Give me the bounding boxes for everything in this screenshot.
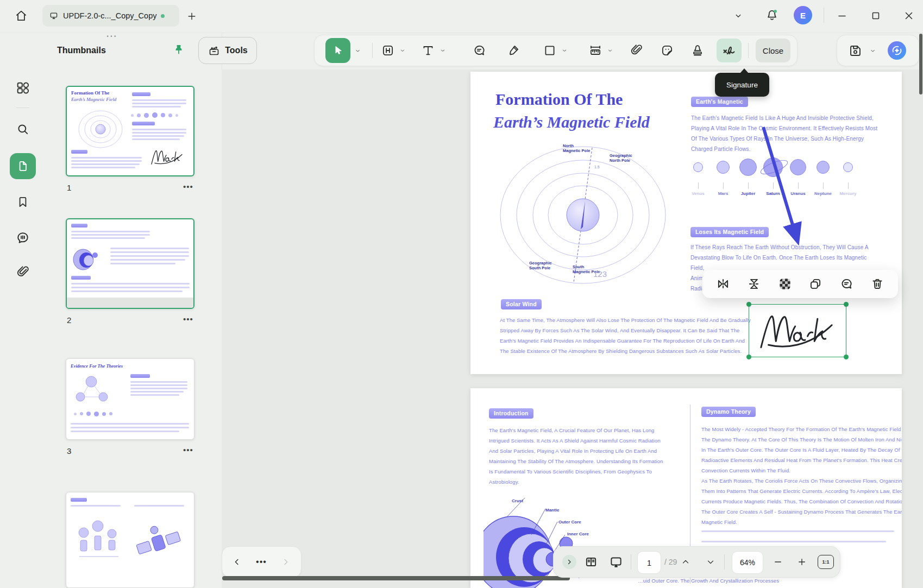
thumb2-loading-band bbox=[67, 298, 193, 309]
tab-list-button[interactable] bbox=[730, 8, 746, 24]
zoom-out-button[interactable] bbox=[770, 554, 786, 570]
sticker-tool[interactable] bbox=[658, 41, 676, 60]
new-tab-button[interactable] bbox=[185, 9, 199, 23]
nav-back-button[interactable] bbox=[229, 554, 245, 570]
flip-horizontal-button[interactable] bbox=[713, 274, 733, 294]
thumbnail-page-3[interactable]: Evidence For The Theories bbox=[66, 358, 194, 440]
stamp-tool[interactable] bbox=[688, 41, 707, 60]
measure-tool[interactable] bbox=[586, 41, 605, 60]
thumbnail-page-4[interactable] bbox=[66, 492, 194, 588]
thumbnail-page-1[interactable]: Formation Of The Earth’s Magnetic Field bbox=[66, 86, 194, 176]
planet-neptune: Neptune bbox=[811, 156, 836, 196]
highlighter-tool[interactable] bbox=[505, 41, 523, 60]
maximize-button[interactable] bbox=[867, 7, 884, 24]
updf-app-window: UPDF-2.0-c..._Copy_Copy E bbox=[0, 0, 923, 588]
page-layout-button[interactable] bbox=[582, 553, 600, 571]
flip-vertical-button[interactable] bbox=[744, 274, 764, 294]
save-dropdown[interactable] bbox=[868, 45, 877, 56]
thumb3-menu[interactable]: ••• bbox=[183, 445, 193, 454]
text-bar bbox=[71, 231, 150, 232]
rail-grid-button[interactable] bbox=[14, 79, 32, 97]
next-page-button[interactable] bbox=[702, 554, 719, 570]
rail-comments-button[interactable] bbox=[14, 229, 32, 247]
rail-thumbnails-button-active[interactable] bbox=[10, 153, 36, 179]
heading-tool[interactable] bbox=[379, 41, 397, 60]
page-history-nav: ••• bbox=[222, 546, 302, 578]
planet-jupiter: Jupiter bbox=[736, 156, 761, 196]
horizontal-scrollbar[interactable] bbox=[222, 576, 570, 580]
layer-label-inner-core: Inner Core bbox=[567, 532, 589, 536]
close-editor-button[interactable]: Close bbox=[756, 39, 790, 62]
ellipsis-icon: ••• bbox=[256, 559, 267, 565]
pin-panel-button[interactable] bbox=[170, 41, 187, 59]
rail-bookmarks-button[interactable] bbox=[14, 193, 32, 211]
shape-tool-dropdown[interactable] bbox=[560, 45, 569, 56]
thumb1-menu[interactable]: ••• bbox=[183, 182, 193, 191]
nav-more-button[interactable]: ••• bbox=[253, 554, 269, 570]
text-tool-dropdown[interactable] bbox=[438, 45, 447, 56]
nav-forward-button-disabled[interactable] bbox=[278, 554, 294, 570]
avatar[interactable]: E bbox=[794, 6, 812, 24]
text-bar bbox=[132, 129, 186, 130]
heading-tool-dropdown[interactable] bbox=[398, 45, 407, 56]
maximize-icon bbox=[870, 10, 882, 22]
page-number-input[interactable]: 1 bbox=[637, 551, 661, 574]
document-tab[interactable]: UPDF-2.0-c..._Copy_Copy bbox=[42, 5, 179, 27]
text-bar bbox=[71, 163, 140, 165]
selection-handle-top-right[interactable] bbox=[844, 302, 849, 307]
select-tool-active[interactable] bbox=[325, 38, 350, 63]
measure-tool-dropdown[interactable] bbox=[606, 45, 614, 56]
pin-icon bbox=[172, 43, 185, 56]
select-tool-dropdown[interactable] bbox=[353, 45, 362, 56]
thumb1-number: 1 bbox=[67, 183, 71, 192]
presentation-button[interactable] bbox=[607, 553, 625, 571]
close-window-button[interactable] bbox=[900, 7, 918, 24]
minimize-button[interactable] bbox=[833, 7, 851, 24]
shape-tool[interactable] bbox=[541, 41, 559, 60]
collapse-bar-button[interactable] bbox=[562, 555, 576, 569]
signature-selection-box[interactable] bbox=[749, 304, 846, 357]
text-line: The Earth's Magnetic Field Is Like A Hug… bbox=[691, 113, 877, 123]
comment-button[interactable] bbox=[837, 274, 856, 294]
thumb1-planet-dots bbox=[131, 112, 191, 118]
panel-drag-handle[interactable]: ⋯ bbox=[106, 29, 139, 42]
thumb1-signature bbox=[149, 147, 184, 167]
save-button[interactable] bbox=[846, 41, 864, 60]
notifications-button[interactable] bbox=[763, 6, 781, 24]
vertical-scrollbar[interactable] bbox=[919, 34, 922, 94]
text-bar bbox=[71, 283, 190, 284]
rail-attachments-button[interactable] bbox=[14, 263, 32, 281]
comment-icon bbox=[15, 230, 30, 245]
attach-file-tool[interactable] bbox=[627, 41, 646, 60]
actual-size-button[interactable]: 1:1 bbox=[818, 555, 834, 569]
thumb2-menu[interactable]: ••• bbox=[183, 314, 193, 324]
ai-assistant-button[interactable] bbox=[887, 41, 907, 60]
selection-handle-bottom-right[interactable] bbox=[844, 355, 849, 359]
planet-uranus: Uranus bbox=[786, 156, 811, 196]
thumb3-title: Evidence For The Theories bbox=[71, 363, 123, 369]
rail-search-button[interactable] bbox=[14, 120, 32, 138]
text-tool[interactable] bbox=[419, 41, 437, 60]
chevron-down-icon bbox=[561, 47, 568, 54]
zoom-in-button[interactable] bbox=[794, 554, 810, 570]
previous-page-button[interactable] bbox=[677, 554, 694, 570]
minimize-icon bbox=[836, 10, 848, 22]
text-bar bbox=[110, 251, 189, 253]
annotation-floating-toolbar bbox=[702, 270, 898, 298]
tools-button[interactable]: Tools bbox=[198, 37, 257, 64]
thumbnail-page-2[interactable] bbox=[66, 218, 194, 309]
text-line: Radioactive Elements And Residual Heat F… bbox=[701, 455, 902, 465]
home-button[interactable] bbox=[12, 7, 30, 25]
comment-bubble-icon bbox=[472, 43, 486, 58]
tooltip-caret bbox=[740, 68, 749, 73]
opacity-button[interactable] bbox=[775, 274, 795, 294]
selection-handle-bottom-left[interactable] bbox=[746, 355, 751, 359]
selection-handle-top-left[interactable] bbox=[746, 302, 751, 307]
signature-tool-active[interactable] bbox=[717, 39, 742, 62]
duplicate-button[interactable] bbox=[806, 274, 825, 294]
comment-tool[interactable] bbox=[470, 41, 488, 60]
toolbar-divider bbox=[372, 43, 373, 58]
delete-button[interactable] bbox=[868, 274, 887, 294]
zoom-level-input[interactable]: 64% bbox=[732, 551, 763, 574]
thumb2-planet-illustration bbox=[72, 245, 104, 273]
